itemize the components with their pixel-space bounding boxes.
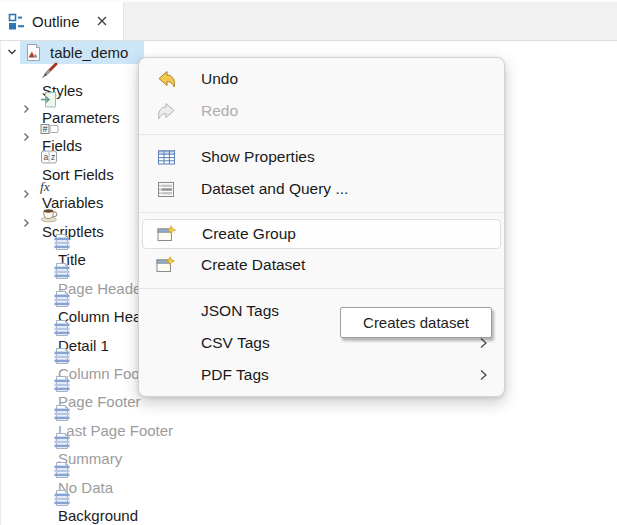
create-dataset-icon [155, 254, 177, 276]
band-icon [50, 432, 74, 450]
menu-item-label: Dataset and Query ... [201, 180, 348, 198]
menu-icon-spacer [155, 300, 177, 322]
menu-item-pdf-tags[interactable]: PDF Tags [139, 359, 504, 391]
tab-outline-label: Outline [32, 13, 80, 30]
menu-item-create-group[interactable]: Create Group [142, 219, 501, 249]
menu-item-label: PDF Tags [201, 366, 269, 384]
menu-item-label: Show Properties [201, 148, 315, 166]
band-icon [50, 375, 74, 393]
outline-view: Outline table_demoStylesParameters#Field… [0, 0, 617, 525]
undo-icon [155, 68, 177, 90]
menu-item-label: Redo [201, 102, 238, 120]
svg-text:z: z [51, 152, 55, 162]
chevron-right-icon[interactable] [18, 186, 34, 202]
menu-separator [139, 205, 504, 219]
report-icon [22, 43, 44, 62]
close-icon[interactable] [93, 12, 111, 30]
band-icon [50, 262, 74, 280]
band-icon [50, 290, 74, 308]
band-icon [50, 404, 74, 422]
scriptlets-icon [34, 205, 64, 223]
submenu-chevron-icon [476, 368, 490, 382]
menu-icon-spacer [155, 364, 177, 386]
styles-icon [34, 62, 64, 82]
create-group-icon [156, 223, 178, 245]
menu-item-undo[interactable]: Undo [139, 63, 504, 95]
menu-item-label: Create Group [202, 225, 296, 243]
chevron-right-icon[interactable] [18, 101, 34, 117]
tooltip-creates-dataset: Creates dataset [340, 307, 492, 338]
parameters-icon [34, 91, 64, 109]
menu-icon-spacer [155, 332, 177, 354]
menu-item-label: Undo [201, 70, 238, 88]
menu-separator [139, 127, 504, 141]
menu-item-show-properties[interactable]: Show Properties [139, 141, 504, 173]
dataset-query-icon [155, 178, 177, 200]
tree-item-main: Background [50, 489, 138, 524]
band-icon [50, 347, 74, 365]
menu-item-label: JSON Tags [201, 302, 279, 320]
tree-item-label: table_demo [50, 44, 128, 61]
properties-icon [155, 146, 177, 168]
menu-item-dataset-and-query[interactable]: Dataset and Query ... [139, 173, 504, 205]
band-icon [50, 233, 74, 251]
context-menu: UndoRedoShow PropertiesDataset and Query… [138, 57, 505, 397]
chevron-spacer [18, 73, 34, 89]
menu-item-label: CSV Tags [201, 334, 270, 352]
chevron-spacer [18, 158, 34, 174]
chevron-right-icon[interactable] [18, 129, 34, 145]
variables-icon: fx [34, 177, 64, 194]
redo-icon [155, 100, 177, 122]
outline-view-icon [8, 13, 25, 30]
band-icon [50, 489, 74, 507]
sort-fields-icon: az [34, 148, 64, 166]
menu-separator [139, 281, 504, 295]
chevron-right-icon[interactable] [18, 215, 34, 231]
view-tab-bar: Outline [0, 0, 617, 41]
tab-outline[interactable]: Outline [0, 2, 124, 40]
tree-item-main: table_demo [20, 41, 144, 64]
tree-item-label: Background [58, 507, 138, 524]
chevron-down-icon[interactable] [4, 44, 20, 60]
svg-text:fx: fx [40, 179, 50, 194]
svg-text:#: # [42, 124, 47, 134]
fields-icon: # [34, 121, 64, 137]
menu-item-create-dataset[interactable]: Create Dataset [139, 249, 504, 281]
menu-item-label: Create Dataset [201, 256, 305, 274]
band-icon [50, 319, 74, 337]
tree-item-background[interactable]: Background [0, 492, 617, 520]
tooltip-text: Creates dataset [363, 314, 469, 331]
svg-text:a: a [43, 152, 48, 162]
band-icon [50, 461, 74, 479]
menu-item-redo: Redo [139, 95, 504, 127]
submenu-chevron-icon [476, 336, 490, 350]
